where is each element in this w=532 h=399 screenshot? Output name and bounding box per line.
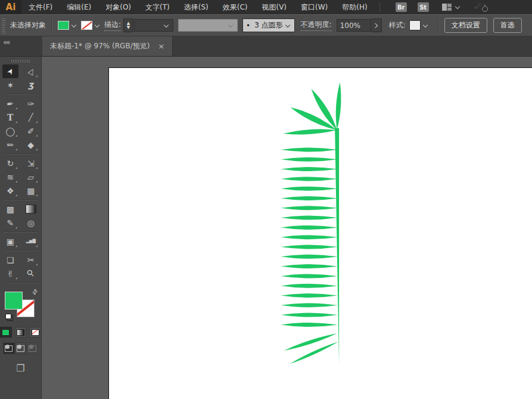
side-leaf[interactable] xyxy=(281,187,337,191)
close-icon[interactable]: × xyxy=(158,42,164,51)
side-leaf[interactable] xyxy=(281,255,337,259)
menu-item-type[interactable]: 文字(T) xyxy=(138,0,177,14)
tool-scale[interactable]: ⇲ xyxy=(23,156,39,170)
preferences-button[interactable]: 首选 xyxy=(493,18,522,33)
control-bar: 未选择对象 描边: ▲▼ • 3 点圆形 不透明度: 100% 样式: 文档设置… xyxy=(0,14,532,36)
canvas[interactable] xyxy=(42,57,532,399)
tool-eyedropper[interactable]: ✎ xyxy=(2,216,18,230)
bridge-button[interactable]: Br xyxy=(396,2,407,12)
tool-symbol-sprayer[interactable]: ▣ xyxy=(2,234,18,248)
bottom-leaf[interactable] xyxy=(284,333,337,351)
stroke-label[interactable]: 描边: xyxy=(104,20,121,31)
stroke-weight-dropdown[interactable] xyxy=(134,19,173,32)
draw-normal-button[interactable] xyxy=(3,342,15,354)
stroke-color-button[interactable] xyxy=(81,19,101,32)
side-leaf[interactable] xyxy=(281,264,337,268)
opacity-expand-button[interactable] xyxy=(371,18,382,32)
tool-type[interactable]: T xyxy=(2,110,18,124)
panel-grip[interactable] xyxy=(2,18,5,33)
fill-color-button[interactable] xyxy=(58,19,77,32)
fill-proxy[interactable] xyxy=(5,292,23,310)
side-leaf[interactable] xyxy=(281,148,337,152)
side-leaf[interactable] xyxy=(281,235,337,239)
tool-width[interactable]: ≋ xyxy=(2,170,18,184)
side-leaf[interactable] xyxy=(281,225,337,230)
tool-selection[interactable]: ➤ xyxy=(2,64,18,78)
artwork-branch[interactable] xyxy=(42,57,532,399)
gradient-button[interactable] xyxy=(15,327,27,338)
side-leaf[interactable] xyxy=(281,284,337,288)
fan-leaf[interactable] xyxy=(336,82,341,130)
tool-line-segment[interactable]: ╱ xyxy=(23,110,39,124)
menu-item-object[interactable]: 对象(O) xyxy=(98,0,138,14)
tool-column-graph[interactable]: ▂▅▇ xyxy=(23,234,39,248)
selection-status: 未选择对象 xyxy=(10,20,46,30)
tool-zoom[interactable]: ⚲ xyxy=(23,267,39,280)
style-dropdown[interactable] xyxy=(409,19,429,32)
menu-item-window[interactable]: 窗口(W) xyxy=(294,0,335,14)
side-leaf[interactable] xyxy=(281,274,337,278)
side-leaf[interactable] xyxy=(281,206,337,210)
side-leaf[interactable] xyxy=(281,303,337,307)
chevron-down-icon xyxy=(164,22,169,27)
tool-curvature[interactable]: ✑ xyxy=(23,97,39,110)
side-leaf[interactable] xyxy=(281,216,337,220)
style-label: 样式: xyxy=(389,20,406,30)
side-leaf[interactable] xyxy=(281,323,337,327)
document-tab[interactable]: 未标题-1* @ 97% (RGB/预览) × xyxy=(42,36,173,56)
tool-eraser[interactable]: ◆ xyxy=(23,138,39,151)
tool-gradient[interactable] xyxy=(23,202,39,216)
tool-lasso[interactable]: ʒ xyxy=(23,78,39,92)
default-fill-stroke-icon[interactable] xyxy=(5,314,13,321)
menu-item-effect[interactable]: 效果(C) xyxy=(216,0,255,14)
tool-paintbrush[interactable]: ✐ xyxy=(23,124,39,138)
none-button[interactable] xyxy=(29,327,41,338)
tool-artboard[interactable]: ❏ xyxy=(2,253,18,267)
tool-pen[interactable]: ✒ xyxy=(2,97,18,110)
document-setup-button[interactable]: 文档设置 xyxy=(444,18,487,33)
collapse-toolbar-button[interactable]: «« xyxy=(3,38,10,47)
fan-leaf[interactable] xyxy=(283,129,337,134)
color-button[interactable] xyxy=(0,327,12,338)
tool-magic-wand[interactable]: ✶ xyxy=(2,78,18,92)
tool-ellipse[interactable]: ◯ xyxy=(2,124,18,138)
side-leaf[interactable] xyxy=(281,313,337,317)
side-leaf[interactable] xyxy=(281,157,337,162)
ellipse-icon: ◯ xyxy=(5,127,15,135)
tool-perspective-grid[interactable]: ▦ xyxy=(23,184,39,197)
tool-rotate[interactable]: ↻ xyxy=(2,156,18,170)
draw-behind-button[interactable] xyxy=(15,342,27,354)
opacity-input[interactable]: 100% xyxy=(337,19,371,32)
tool-direct-selection[interactable]: ▷ xyxy=(23,64,39,78)
side-leaf[interactable] xyxy=(281,196,337,200)
brush-definition-dropdown[interactable]: • 3 点圆形 xyxy=(242,18,295,32)
menu-item-file[interactable]: 文件(F) xyxy=(21,0,60,14)
opacity-label[interactable]: 不透明度: xyxy=(301,20,332,31)
workspace-switcher-icon[interactable] xyxy=(442,4,452,11)
screen-mode-button[interactable]: ❐ xyxy=(14,363,28,374)
stroke-none-swatch xyxy=(81,21,92,30)
menu-item-help[interactable]: 帮助(H) xyxy=(335,0,374,14)
tool-shaper[interactable]: ✏ xyxy=(2,138,18,151)
stock-button[interactable]: St xyxy=(418,2,429,12)
side-leaf[interactable] xyxy=(281,245,337,249)
menu-item-view[interactable]: 视图(V) xyxy=(254,0,294,14)
tool-slice[interactable]: ✂ xyxy=(23,253,39,267)
stroke-weight-stepper[interactable]: ▲▼ xyxy=(123,18,133,32)
side-leaf[interactable] xyxy=(281,177,337,181)
menu-item-edit[interactable]: 编辑(E) xyxy=(60,0,98,14)
side-leaf[interactable] xyxy=(281,293,337,298)
panel-grip[interactable] xyxy=(11,60,30,63)
gradient-icon xyxy=(26,205,36,214)
tool-free-transform[interactable]: ▱ xyxy=(23,170,39,184)
tool-mesh[interactable]: ▩ xyxy=(2,202,18,216)
chevron-down-icon[interactable] xyxy=(455,4,459,9)
gpu-performance-icon[interactable]: ☄ xyxy=(476,2,488,12)
tool-hand[interactable]: ✌ xyxy=(2,267,18,280)
menu-item-select[interactable]: 选择(S) xyxy=(177,0,216,14)
tool-shape-builder[interactable]: ❖ xyxy=(2,184,18,197)
side-leaf[interactable] xyxy=(281,167,337,171)
stem[interactable] xyxy=(335,128,339,364)
tool-blend[interactable]: ◎ xyxy=(23,216,39,230)
swap-fill-stroke-icon[interactable]: ⇄ xyxy=(30,287,40,297)
